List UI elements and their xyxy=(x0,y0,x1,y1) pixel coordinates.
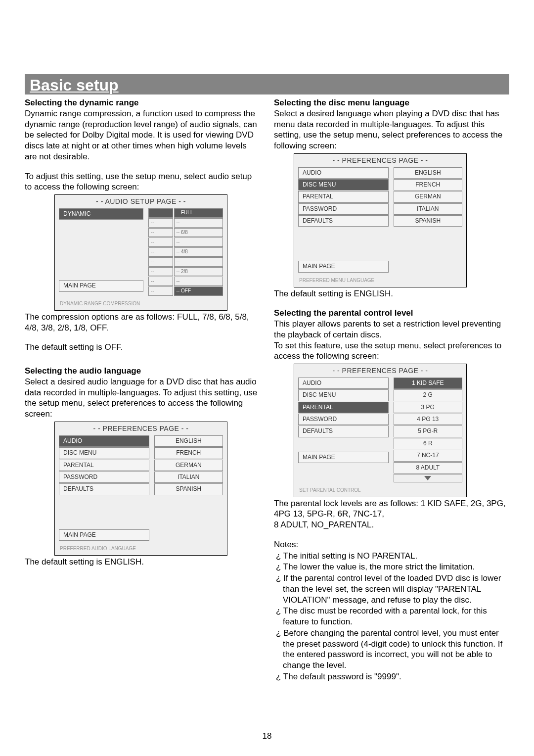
para-compression-options: The compression options are as follows: … xyxy=(25,312,260,333)
menu-item-audio[interactable]: AUDIO xyxy=(59,435,149,447)
opt-68[interactable]: -- 6/8 xyxy=(174,228,223,237)
opt-spanish[interactable]: SPANISH xyxy=(394,215,462,227)
screen-footer: DYNAMIC RANGE COMPRESSION xyxy=(55,300,227,310)
menu-item-password[interactable]: PASSWORD xyxy=(59,472,149,483)
opt-cell[interactable]: -- xyxy=(148,208,173,218)
opt-german[interactable]: GERMAN xyxy=(154,460,223,471)
opt-french[interactable]: FRENCH xyxy=(394,179,462,190)
screen-footer: PREFERRED AUDIO LANGUAGE xyxy=(55,545,227,555)
menu-item-mainpage[interactable]: MAIN PAGE xyxy=(59,280,143,291)
heading-disc-menu-language: Selecting the disc menu language xyxy=(274,97,509,108)
screen-audio-setup: - - AUDIO SETUP PAGE - - DYNAMIC MAIN PA… xyxy=(54,194,227,311)
section-title: Basic setup xyxy=(30,76,119,94)
screen-title: - - PREFERENCES PAGE - - xyxy=(294,364,466,378)
opt-italian[interactable]: ITALIAN xyxy=(154,472,223,483)
menu-item-mainpage[interactable]: MAIN PAGE xyxy=(298,452,389,463)
opt-r[interactable]: 6 R xyxy=(394,438,462,449)
opt-pgr[interactable]: 5 PG-R xyxy=(394,425,462,437)
screen-title: - - PREFERENCES PAGE - - xyxy=(294,154,466,167)
heading-dynamic-range: Selecting the dynamic range xyxy=(25,97,260,108)
para-default-english-1: The default setting is ENGLISH. xyxy=(25,557,260,567)
note-item: ¿ If the parental control level of the l… xyxy=(274,573,509,605)
para-default-english-2: The default setting is ENGLISH. xyxy=(274,288,509,299)
opt-cell[interactable]: -- xyxy=(148,286,173,296)
menu-item-defaults[interactable]: DEFAULTS xyxy=(59,483,149,495)
opt-28[interactable]: -- 2/8 xyxy=(174,267,223,277)
opt-english[interactable]: ENGLISH xyxy=(394,167,462,179)
opt-cell[interactable]: -- xyxy=(174,218,223,228)
opt-kidsafe[interactable]: 1 KID SAFE xyxy=(394,378,462,389)
opt-german[interactable]: GERMAN xyxy=(394,191,462,202)
down-arrow-icon[interactable] xyxy=(394,474,462,482)
menu-item-defaults[interactable]: DEFAULTS xyxy=(298,425,389,437)
opt-full[interactable]: -- FULL xyxy=(174,208,223,218)
screen-preferences-discmenu: - - PREFERENCES PAGE - - AUDIO DISC MENU… xyxy=(294,153,467,287)
menu-item-mainpage[interactable]: MAIN PAGE xyxy=(59,529,149,541)
opt-cell[interactable]: -- xyxy=(148,247,173,257)
opt-english[interactable]: ENGLISH xyxy=(154,435,223,447)
screen-footer: PREFERRED MENU LANGUAGE xyxy=(294,277,466,287)
screen-title: - - AUDIO SETUP PAGE - - xyxy=(55,195,227,208)
heading-audio-language: Selecting the audio language xyxy=(25,366,260,377)
notes-list: ¿ The initial setting is NO PARENTAL. ¿ … xyxy=(274,551,509,682)
menu-item-discmenu[interactable]: DISC MENU xyxy=(298,389,389,401)
right-column: Selecting the disc menu language Select … xyxy=(274,96,509,682)
page-number: 18 xyxy=(0,731,534,741)
para-parental-levels-b: 8 ADULT, NO_PARENTAL. xyxy=(274,520,509,530)
notes-heading: Notes: xyxy=(274,539,509,550)
note-item: ¿ The lower the value is, the more stric… xyxy=(274,562,509,572)
para-parental-desc2: To set this feature, use the setup menu,… xyxy=(274,340,509,362)
menu-item-parental[interactable]: PARENTAL xyxy=(298,402,389,413)
note-item: ¿ The initial setting is NO PARENTAL. xyxy=(274,551,509,562)
menu-item-defaults[interactable]: DEFAULTS xyxy=(298,215,389,227)
para-dynamic-range-desc: Dynamic range compression, a function us… xyxy=(25,108,260,162)
opt-cell[interactable]: -- xyxy=(174,237,223,247)
note-item: ¿ Before changing the parental control l… xyxy=(274,628,509,671)
opt-italian[interactable]: ITALIAN xyxy=(394,203,462,215)
left-column: Selecting the dynamic range Dynamic rang… xyxy=(25,96,260,682)
opt-cell[interactable]: -- xyxy=(148,277,173,286)
opt-cell[interactable]: -- xyxy=(174,257,223,267)
note-item: ¿ The disc must be recorded with a paren… xyxy=(274,606,509,627)
screen-footer: SET PARENTAL CONTROL xyxy=(294,486,466,497)
opt-g[interactable]: 2 G xyxy=(394,389,462,401)
opt-cell[interactable]: -- xyxy=(148,218,173,228)
menu-item-mainpage[interactable]: MAIN PAGE xyxy=(298,261,389,272)
menu-item-discmenu[interactable]: DISC MENU xyxy=(298,179,389,190)
para-parental-desc1: This player allows parents to set a rest… xyxy=(274,319,509,340)
opt-french[interactable]: FRENCH xyxy=(154,447,223,459)
menu-item-discmenu[interactable]: DISC MENU xyxy=(59,447,149,459)
menu-item-audio[interactable]: AUDIO xyxy=(298,167,389,179)
opt-48[interactable]: -- 4/8 xyxy=(174,247,223,257)
opt-cell[interactable]: -- xyxy=(148,267,173,277)
menu-item-password[interactable]: PASSWORD xyxy=(298,414,389,425)
opt-pg[interactable]: 3 PG xyxy=(394,402,462,413)
screen-title: - - PREFERENCES PAGE - - xyxy=(55,422,227,435)
opt-cell[interactable]: -- xyxy=(148,257,173,267)
opt-spanish[interactable]: SPANISH xyxy=(154,483,223,495)
menu-item-audio[interactable]: AUDIO xyxy=(298,378,389,389)
note-item: ¿ The default password is "9999". xyxy=(274,671,509,682)
opt-cell[interactable]: -- xyxy=(148,228,173,237)
menu-item-password[interactable]: PASSWORD xyxy=(298,203,389,215)
menu-item-parental[interactable]: PARENTAL xyxy=(59,460,149,471)
menu-item-parental[interactable]: PARENTAL xyxy=(298,191,389,202)
opt-nc17[interactable]: 7 NC-17 xyxy=(394,450,462,461)
heading-parental-control: Selecting the parental control level xyxy=(274,308,509,319)
opt-pg13[interactable]: 4 PG 13 xyxy=(394,414,462,425)
screen-preferences-parental: - - PREFERENCES PAGE - - AUDIO DISC MENU… xyxy=(294,364,467,497)
para-audio-lang-desc: Select a desired audio language for a DV… xyxy=(25,377,260,420)
para-default-off: The default setting is OFF. xyxy=(25,342,260,353)
para-dynamic-range-instr: To adjust this setting, use the setup me… xyxy=(25,171,260,193)
section-title-bar: Basic setup xyxy=(25,74,509,94)
screen-preferences-audio: - - PREFERENCES PAGE - - AUDIO DISC MENU… xyxy=(54,422,227,556)
menu-item-dynamic[interactable]: DYNAMIC xyxy=(59,208,143,220)
opt-off[interactable]: -- OFF xyxy=(174,286,223,296)
opt-cell[interactable]: -- xyxy=(148,237,173,247)
para-parental-levels: The parental lock levels are as follows:… xyxy=(274,498,509,520)
para-disc-menu-desc: Select a desired language when playing a… xyxy=(274,108,509,151)
opt-cell[interactable]: -- xyxy=(174,277,223,286)
opt-adult[interactable]: 8 ADULT xyxy=(394,462,462,473)
